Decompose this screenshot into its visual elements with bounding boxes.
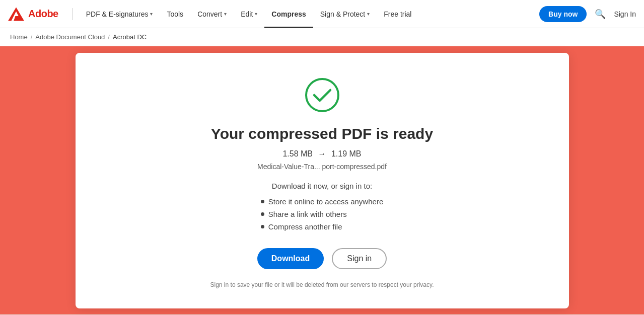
nav-right: Buy now 🔍 Sign In [539,6,636,22]
breadcrumb-current: Acrobat DC [113,33,147,41]
svg-point-2 [306,79,338,111]
nav-item-convert[interactable]: Convert ▾ [190,0,234,28]
original-size: 1.58 MB [282,149,313,158]
breadcrumb-sep-1: / [31,33,33,41]
sign-in-button[interactable]: Sign in [332,248,387,269]
list-item: Compress another file [261,220,383,233]
nav-item-edit[interactable]: Edit ▾ [234,0,264,28]
bullet-icon [261,212,264,216]
list-item: Store it online to access anywhere [261,195,383,208]
privacy-note: Sign in to save your file or it will be … [210,281,434,288]
nav-item-tools[interactable]: Tools [160,0,190,28]
download-button[interactable]: Download [257,248,324,269]
adobe-logo-icon [8,6,24,22]
sign-in-link[interactable]: Sign In [614,10,636,18]
breadcrumb: Home / Adobe Document Cloud / Acrobat DC [0,28,644,46]
nav-items: PDF & E-signatures ▾ Tools Convert ▾ Edi… [79,0,539,28]
navbar: Adobe PDF & E-signatures ▾ Tools Convert… [0,0,644,28]
nav-item-sign-protect[interactable]: Sign & Protect ▾ [313,0,377,28]
search-icon[interactable]: 🔍 [595,9,606,20]
nav-item-pdf-esignatures[interactable]: PDF & E-signatures ▾ [79,0,160,28]
chevron-down-icon: ▾ [367,11,370,17]
filename: Medical-Value-Tra... port-compressed.pdf [257,163,387,171]
breadcrumb-home[interactable]: Home [10,33,28,41]
buy-now-button[interactable]: Buy now [539,6,587,22]
adobe-logo[interactable]: Adobe [8,6,58,22]
features-list: Store it online to access anywhere Share… [261,195,383,233]
chevron-down-icon: ▾ [255,11,257,17]
file-size-info: 1.58 MB → 1.19 MB [282,149,361,159]
action-buttons: Download Sign in [257,248,387,269]
list-item: Share a link with others [261,208,383,220]
chevron-down-icon: ▾ [150,11,153,17]
nav-item-free-trial[interactable]: Free trial [377,0,418,28]
breadcrumb-sep-2: / [108,33,110,41]
nav-item-compress[interactable]: Compress [264,0,313,28]
adobe-wordmark: Adobe [28,8,58,20]
card-title: Your compressed PDF is ready [211,125,433,142]
result-card: Your compressed PDF is ready 1.58 MB → 1… [76,53,569,308]
download-prompt: Download it now, or sign in to: [272,182,372,190]
bullet-icon [261,225,264,228]
compressed-size: 1.19 MB [331,149,362,158]
main-content: Your compressed PDF is ready 1.58 MB → 1… [0,46,644,314]
nav-divider [73,8,73,20]
bullet-icon [261,200,264,203]
breadcrumb-document-cloud[interactable]: Adobe Document Cloud [35,33,105,41]
chevron-down-icon: ▾ [224,11,227,17]
success-check-icon [304,77,340,113]
arrow-icon: → [318,149,326,158]
